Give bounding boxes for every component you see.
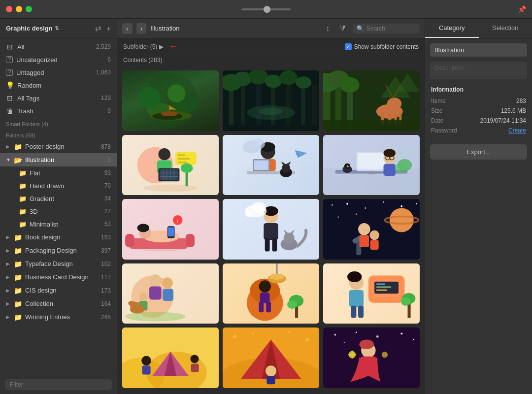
bcd-folder-icon: 📁 bbox=[14, 273, 22, 281]
flat-label: Flat bbox=[30, 169, 101, 177]
grid-item-9[interactable] bbox=[323, 199, 420, 260]
grid-item-7[interactable]: ! bbox=[122, 199, 219, 260]
items-label: Items bbox=[431, 98, 445, 104]
3d-folder-icon: 📁 bbox=[19, 208, 27, 215]
poster-count: 878 bbox=[101, 143, 111, 150]
grid-item-14[interactable] bbox=[223, 328, 319, 388]
subfolder-link[interactable]: Subfolder (5) ▶ ← bbox=[123, 41, 177, 52]
sidebar-item-gradient[interactable]: 📁 Gradient 34 bbox=[0, 192, 117, 205]
cis-label: CIS design bbox=[25, 287, 98, 294]
grid-item-4[interactable] bbox=[122, 135, 219, 196]
filter-input[interactable] bbox=[5, 379, 112, 390]
sidebar-item-illustration[interactable]: ▼ 📂 Illustration 3 bbox=[0, 153, 117, 166]
sidebar-item-all-tags[interactable]: ⊡ All Tags 129 bbox=[0, 92, 117, 104]
3d-count: 27 bbox=[104, 208, 111, 215]
subfolder-label: Subfolder (5) bbox=[123, 43, 157, 50]
main-layout: Graphic design ⇅ ⇄ + ⊡ All 2,529 ? Uncat… bbox=[0, 19, 532, 394]
nav-forward-button[interactable]: › bbox=[136, 23, 147, 34]
sidebar: Graphic design ⇅ ⇄ + ⊡ All 2,529 ? Uncat… bbox=[0, 19, 117, 394]
close-button[interactable] bbox=[6, 6, 12, 12]
grid-item-3[interactable] bbox=[323, 70, 420, 131]
illustration-expand-arrow: ▼ bbox=[6, 157, 11, 163]
info-section: Information Items 283 Size 125.6 MB Date… bbox=[425, 84, 532, 139]
grid-item-13[interactable] bbox=[122, 328, 219, 388]
cis-expand-arrow: ▶ bbox=[6, 288, 11, 293]
sidebar-item-cis-design[interactable]: ▶ 📁 CIS design 173 bbox=[0, 284, 117, 297]
sidebar-label-trash: Trash bbox=[17, 107, 104, 115]
category-name-field[interactable]: Illustration bbox=[430, 43, 527, 57]
grid-item-15[interactable] bbox=[323, 328, 420, 388]
tab-category[interactable]: Category bbox=[425, 19, 479, 38]
pin-icon[interactable]: 📌 bbox=[518, 5, 526, 13]
contents-info: Contents (283) bbox=[117, 55, 425, 66]
winning-expand-arrow: ▶ bbox=[6, 314, 11, 320]
sidebar-item-3d[interactable]: 📁 3D 27 bbox=[0, 205, 117, 218]
grid-item-10[interactable] bbox=[122, 263, 219, 324]
3d-label: 3D bbox=[30, 208, 101, 215]
breadcrumb: Illustration bbox=[150, 25, 319, 32]
sidebar-item-book-design[interactable]: ▶ 📁 Book design 153 bbox=[0, 230, 117, 244]
search-icon: 🔍 bbox=[357, 25, 364, 32]
minimize-button[interactable] bbox=[16, 6, 22, 12]
minimalist-count: 53 bbox=[104, 221, 111, 228]
sidebar-add-button[interactable]: + bbox=[106, 24, 111, 33]
sidebar-count-all-tags: 129 bbox=[101, 95, 111, 101]
sidebar-item-flat[interactable]: 📁 Flat 93 bbox=[0, 166, 117, 179]
sidebar-swap-button[interactable]: ⇄ bbox=[95, 24, 101, 33]
sidebar-item-random[interactable]: 💡 Random bbox=[0, 79, 117, 92]
grid-item-1[interactable] bbox=[122, 70, 219, 131]
maximize-button[interactable] bbox=[26, 6, 32, 12]
show-subfolder-checkbox[interactable]: ✓ bbox=[345, 43, 352, 50]
collection-folder-icon: 📁 bbox=[14, 300, 22, 308]
password-create-link[interactable]: Create bbox=[508, 127, 526, 134]
grid-item-8[interactable] bbox=[223, 199, 319, 260]
description-field[interactable]: Description bbox=[430, 62, 527, 79]
packaging-count: 397 bbox=[101, 247, 111, 254]
grid-item-5[interactable] bbox=[223, 135, 319, 196]
search-input[interactable] bbox=[366, 25, 416, 32]
minimalist-label: Minimalist bbox=[30, 221, 101, 228]
show-subfolder-label: Show subfolder contents bbox=[354, 43, 419, 50]
tab-selection[interactable]: Selection bbox=[479, 19, 532, 38]
sidebar-item-uncategorized[interactable]: ? Uncategorized 6 bbox=[0, 53, 117, 66]
sidebar-item-untagged[interactable]: ? Untagged 1,063 bbox=[0, 66, 117, 79]
subfolder-arrow: ▶ bbox=[159, 43, 164, 50]
red-arrow-annotation: ← bbox=[168, 41, 177, 52]
nav-back-button[interactable]: ‹ bbox=[122, 23, 133, 34]
sidebar-label-untagged: Untagged bbox=[16, 69, 93, 76]
sidebar-item-minimalist[interactable]: 📁 Minimalist 53 bbox=[0, 218, 117, 230]
sidebar-item-collection[interactable]: ▶ 📁 Collection 164 bbox=[0, 297, 117, 310]
collection-count: 164 bbox=[101, 300, 111, 307]
sidebar-item-packaging-design[interactable]: ▶ 📁 Packaging Design 397 bbox=[0, 244, 117, 257]
collection-label: Collection bbox=[25, 300, 98, 307]
sidebar-item-poster-design[interactable]: ▶ 📁 Poster design 878 bbox=[0, 140, 117, 153]
sidebar-item-winning-entries[interactable]: ▶ 📁 Winning Entries 266 bbox=[0, 310, 117, 324]
filter-button[interactable]: ⧩ bbox=[336, 23, 349, 34]
grid-item-11[interactable] bbox=[223, 263, 319, 324]
sort-button[interactable]: ↕ bbox=[323, 23, 332, 34]
book-expand-arrow: ▶ bbox=[6, 234, 11, 240]
info-section-title: Information bbox=[431, 86, 526, 93]
gradient-folder-icon: 📁 bbox=[19, 195, 27, 202]
description-placeholder: Description bbox=[435, 65, 465, 71]
content-area: ‹ › Illustration ↕ ⧩ 🔍 Subfolder (5) ▶ ←… bbox=[117, 19, 425, 394]
zoom-slider-thumb[interactable] bbox=[264, 6, 270, 13]
grid-item-2[interactable] bbox=[223, 70, 319, 131]
folders-label: Folders (58) bbox=[0, 129, 117, 140]
sidebar-item-all[interactable]: ⊡ All 2,529 bbox=[0, 40, 117, 53]
sidebar-list: ⊡ All 2,529 ? Uncategorized 6 ? Untagged… bbox=[0, 38, 117, 375]
grid-item-6[interactable] bbox=[323, 135, 420, 196]
sidebar-item-typeface-design[interactable]: ▶ 📁 Typeface Design 102 bbox=[0, 257, 117, 270]
show-subfolder-check[interactable]: ✓ Show subfolder contents bbox=[345, 43, 419, 50]
winning-count: 266 bbox=[101, 314, 111, 321]
collection-expand-arrow: ▶ bbox=[6, 301, 11, 306]
sidebar-item-business-card-design[interactable]: ▶ 📁 Business Card Design 117 bbox=[0, 270, 117, 284]
sidebar-item-trash[interactable]: 🗑 Trash 9 bbox=[0, 104, 117, 117]
sidebar-title-chevron: ⇅ bbox=[55, 25, 59, 32]
search-box: 🔍 bbox=[353, 24, 420, 33]
content-toolbar: ‹ › Illustration ↕ ⧩ 🔍 bbox=[117, 19, 425, 38]
sidebar-item-hand-drawn[interactable]: 📁 Hand drawn 76 bbox=[0, 179, 117, 192]
gradient-count: 34 bbox=[104, 195, 111, 202]
export-button[interactable]: Export... bbox=[430, 144, 527, 160]
grid-item-12[interactable] bbox=[323, 263, 420, 324]
